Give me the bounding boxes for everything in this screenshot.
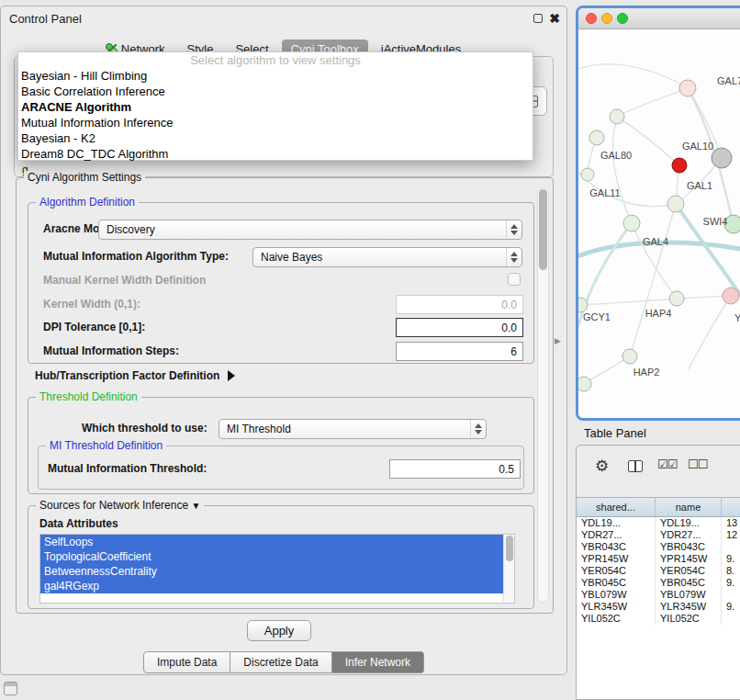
network-edge[interactable] xyxy=(689,296,731,369)
attribute-list[interactable]: SelfLoopsTopologicalCoefficientBetweenne… xyxy=(39,534,515,604)
table-panel-window: ⚙ ☑☑ ☐☐ shared...name YDL19...YDL19...13… xyxy=(576,445,740,700)
gear-icon[interactable]: ⚙ xyxy=(595,457,609,476)
sources-title-text: Sources for Network Inference xyxy=(39,499,188,512)
table-cell: YBR045C xyxy=(656,577,722,589)
scrollbar-thumb[interactable] xyxy=(539,189,547,270)
zoom-traffic-light[interactable] xyxy=(617,13,628,24)
control-panel-titlebar: Control Panel ✖ xyxy=(1,6,566,30)
network-node[interactable] xyxy=(679,80,696,96)
column-header[interactable] xyxy=(722,498,740,516)
minimized-panel-icon[interactable] xyxy=(4,682,17,695)
attribute-list-scrollbar[interactable] xyxy=(503,535,514,602)
algorithm-option[interactable]: Bayesian - Hill Climbing xyxy=(18,68,533,84)
network-node[interactable] xyxy=(589,130,604,145)
network-node[interactable] xyxy=(672,158,687,173)
column-header[interactable]: shared... xyxy=(577,498,656,516)
bottom-tab-impute-data[interactable]: Impute Data xyxy=(143,651,230,673)
network-node[interactable] xyxy=(610,109,624,124)
network-node[interactable] xyxy=(712,148,732,168)
table-panel-title: Table Panel xyxy=(584,426,646,440)
node-label: HAP4 xyxy=(645,308,672,319)
table-row[interactable]: YBL079WYBL079W xyxy=(577,589,740,601)
sources-group-title[interactable]: Sources for Network Inference ▼ xyxy=(36,499,204,512)
select-all-icon[interactable]: ☑☑ xyxy=(657,457,677,471)
network-node[interactable] xyxy=(669,291,684,306)
table-cell: 9. xyxy=(722,577,740,589)
table-row[interactable]: YLR345WYLR345W9. xyxy=(577,601,740,613)
kernel-width-label: Kernel Width (0,1): xyxy=(43,298,140,310)
network-node[interactable] xyxy=(581,168,594,181)
network-node[interactable] xyxy=(578,377,591,391)
network-node[interactable] xyxy=(723,288,739,304)
minimize-traffic-light[interactable] xyxy=(601,13,612,24)
attribute-list-item[interactable]: SelfLoops xyxy=(40,535,514,549)
table-cell: 8. xyxy=(722,565,740,577)
close-traffic-light[interactable] xyxy=(586,13,597,24)
table-row[interactable]: YPR145WYPR145W9. xyxy=(577,553,740,565)
mi-threshold-label: Mutual Information Threshold: xyxy=(48,462,207,475)
mi-type-select[interactable]: Naive Bayes xyxy=(252,247,522,267)
manual-kernel-checkbox[interactable] xyxy=(508,273,521,286)
data-attributes-label: Data Attributes xyxy=(39,517,118,530)
control-panel-window: Control Panel ✖ NetworkStyleSelectCyni T… xyxy=(0,6,567,675)
network-node[interactable] xyxy=(623,215,640,231)
table-row[interactable]: YIL052CYIL052C xyxy=(577,613,740,625)
panel-resize-handle[interactable]: ▶ xyxy=(555,336,561,345)
dpi-tolerance-field[interactable]: 0.0 xyxy=(396,318,523,337)
network-window-titlebar[interactable] xyxy=(578,8,740,29)
table-cell: YER054C xyxy=(577,565,656,577)
table-row[interactable]: YER054CYER054C8. xyxy=(577,565,740,577)
network-window: GAL7GAL80GAL10GAL11GAL1SWI4GAL4GCY1HAP4H… xyxy=(576,6,740,421)
node-label: GAL10 xyxy=(682,141,713,152)
kernel-width-field[interactable]: 0.0 xyxy=(396,295,523,314)
apply-button[interactable]: Apply xyxy=(247,620,311,641)
attribute-list-item[interactable]: BetweennessCentrality xyxy=(40,564,514,579)
table-row[interactable]: YBR045CYBR045C9. xyxy=(577,577,740,589)
table-row[interactable]: YDR27...YDR27...12 xyxy=(577,529,740,541)
network-edge[interactable] xyxy=(613,117,632,223)
node-label: SWI4 xyxy=(703,216,728,227)
bottom-tab-discretize-data[interactable]: Discretize Data xyxy=(230,651,331,673)
table-cell: YIL052C xyxy=(656,613,722,625)
settings-scrollbar[interactable] xyxy=(537,187,549,603)
chevron-down-icon: ▼ xyxy=(191,501,200,511)
threshold-definition-group: Threshold Definition Which threshold to … xyxy=(28,397,534,494)
network-edge[interactable] xyxy=(580,299,677,305)
table-toolbar: ⚙ ☑☑ ☐☐ xyxy=(577,446,740,491)
hub-definition-toggle[interactable]: Hub/Transcription Factor Definition xyxy=(35,369,235,382)
table-cell: YBL079W xyxy=(577,589,656,601)
attribute-list-item[interactable]: gal4RGexp xyxy=(40,579,514,593)
bottom-tab-infer-network[interactable]: Infer Network xyxy=(332,651,424,673)
algorithm-option[interactable]: Basic Correlation Inference xyxy=(18,84,533,99)
algorithm-option[interactable]: Mutual Information Inference xyxy=(18,115,533,130)
node-label: YE xyxy=(734,312,740,323)
columns-icon[interactable] xyxy=(628,460,643,472)
which-threshold-select[interactable]: MI Threshold xyxy=(219,419,487,439)
cyni-settings-group: Cyni Algorithm Settings Algorithm Defini… xyxy=(16,177,554,614)
column-header[interactable]: name xyxy=(656,498,722,516)
network-edge[interactable] xyxy=(617,88,688,117)
aracne-mode-select[interactable]: Discovery xyxy=(98,220,522,240)
algorithm-option[interactable]: Bayesian - K2 xyxy=(18,130,533,146)
node-label: GAL7 xyxy=(717,75,740,86)
network-canvas[interactable]: GAL7GAL80GAL10GAL11GAL1SWI4GAL4GCY1HAP4H… xyxy=(578,29,740,418)
table-header[interactable]: shared...name xyxy=(577,498,740,517)
network-node[interactable] xyxy=(667,196,684,212)
close-icon[interactable]: ✖ xyxy=(549,11,560,26)
network-edge[interactable] xyxy=(584,356,630,384)
table-row[interactable]: YBR043CYBR043C xyxy=(577,541,740,553)
mi-threshold-field[interactable]: 0.5 xyxy=(389,459,521,479)
network-edge[interactable] xyxy=(578,64,688,88)
network-edge[interactable] xyxy=(632,223,677,299)
float-window-icon[interactable] xyxy=(533,14,543,23)
algorithm-option[interactable]: Dream8 DC_TDC Algorithm xyxy=(18,146,533,162)
mi-steps-field[interactable]: 6 xyxy=(396,342,523,361)
network-node[interactable] xyxy=(622,349,637,364)
network-edge[interactable] xyxy=(578,223,632,342)
table-row[interactable]: YDL19...YDL19...13 xyxy=(577,517,740,529)
algorithm-option[interactable]: ARACNE Algorithm xyxy=(18,99,533,115)
table-cell: YPR145W xyxy=(656,553,722,565)
deselect-all-icon[interactable]: ☐☐ xyxy=(688,457,707,471)
attribute-list-item[interactable]: TopologicalCoefficient xyxy=(40,549,514,564)
node-label: GCY1 xyxy=(583,311,611,322)
